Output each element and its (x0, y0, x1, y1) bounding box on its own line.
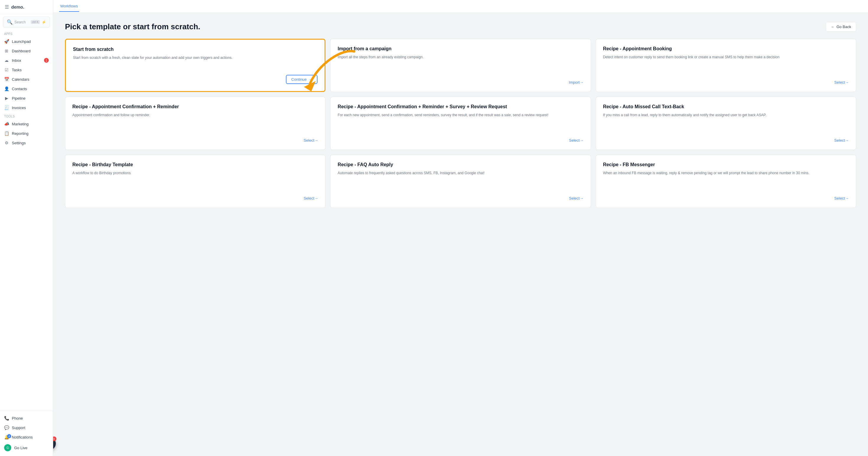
card-recipe-appointment-booking[interactable]: Recipe - Appointment Booking Detect inte… (596, 39, 856, 92)
select-label: Select (304, 138, 314, 143)
card-start-from-scratch[interactable]: Start from scratch Start from scratch wi… (65, 39, 326, 92)
page-header: Pick a template or start from scratch. ←… (65, 22, 856, 32)
continue-label: Continue (291, 77, 307, 82)
sidebar-item-label: Contacts (12, 87, 27, 91)
select-action[interactable]: Select → (603, 80, 849, 85)
cards-grid: Start from scratch Start from scratch wi… (65, 39, 856, 208)
sidebar-item-dashboard[interactable]: ⊞ Dashboard (0, 46, 53, 56)
avatar: G (4, 444, 11, 451)
select-action[interactable]: Select → (72, 196, 318, 200)
sidebar-item-label: Support (12, 426, 25, 430)
card-desc: Detect intent on customer reply to send … (603, 54, 849, 76)
sidebar-item-reporting[interactable]: 📋 Reporting (0, 129, 53, 138)
select-label: Select (569, 138, 580, 143)
import-label: Import (569, 80, 580, 85)
sidebar-item-label: Launchpad (12, 39, 31, 44)
card-title: Recipe - Appointment Booking (603, 46, 849, 52)
hamburger-icon[interactable]: ☰ (5, 4, 9, 10)
contacts-icon: 👤 (4, 86, 9, 91)
card-title: Start from scratch (73, 47, 317, 52)
sidebar-item-launchpad[interactable]: 🚀 Launchpad (0, 37, 53, 46)
sidebar-item-label: Marketing (12, 122, 29, 126)
card-desc: Appointment confirmation and follow up r… (72, 112, 318, 133)
sidebar-item-label: Notifications (12, 435, 33, 439)
settings-icon: ⚙ (4, 140, 9, 145)
sidebar: ☰ demo. 🔍 Search ctrl K ⚡ Apps 🚀 Launchp… (0, 0, 53, 456)
card-desc: For each new appointment, send a confirm… (338, 112, 583, 133)
reporting-icon: 📋 (4, 131, 9, 136)
invoices-icon: 🧾 (4, 105, 9, 110)
search-icon: 🔍 (7, 19, 13, 25)
tab-workflows[interactable]: Workflows (59, 1, 79, 12)
select-action[interactable]: Select → (603, 138, 849, 143)
card-desc: When an inbound FB message is waiting, r… (603, 170, 849, 191)
arrow-right-icon: → (845, 80, 849, 85)
sidebar-item-label: Phone (12, 416, 23, 421)
pipeline-icon: ▶ (4, 96, 9, 101)
arrow-right-icon: → (308, 77, 312, 82)
notifications-badge: 4 (7, 434, 11, 438)
calendars-icon: 📅 (4, 77, 9, 82)
select-label: Select (834, 80, 845, 85)
arrow-right-icon: → (845, 138, 849, 143)
card-desc: Start from scratch with a fresh, clean s… (73, 55, 317, 70)
sidebar-item-label: Calendars (12, 77, 29, 82)
sidebar-item-tasks[interactable]: ☑ Tasks (0, 65, 53, 75)
tasks-icon: ☑ (4, 67, 9, 72)
sidebar-item-pipeline[interactable]: ▶ Pipeline (0, 93, 53, 103)
search-bar[interactable]: 🔍 Search ctrl K ⚡ (3, 17, 50, 28)
sidebar-logo: ☰ demo. (0, 0, 53, 14)
sidebar-item-marketing[interactable]: 📣 Marketing (0, 119, 53, 129)
sidebar-item-contacts[interactable]: 👤 Contacts (0, 84, 53, 93)
launchpad-icon: 🚀 (4, 39, 9, 44)
search-label: Search (14, 20, 29, 24)
sidebar-item-label: Go Live (14, 446, 28, 450)
sidebar-item-support[interactable]: 💬 Support (0, 423, 53, 432)
card-desc: If you miss a call from a lead, reply to… (603, 112, 849, 133)
select-label: Select (834, 196, 845, 200)
select-label: Select (304, 196, 314, 200)
card-recipe-birthday[interactable]: Recipe - Birthday Template A workflow to… (65, 155, 326, 208)
card-recipe-faq[interactable]: Recipe - FAQ Auto Reply Automate replies… (330, 155, 591, 208)
continue-button[interactable]: Continue → (286, 75, 317, 84)
card-recipe-appt-confirm-reminder[interactable]: Recipe - Appointment Confirmation + Remi… (65, 97, 326, 150)
card-title: Recipe - Birthday Template (72, 162, 318, 167)
inbox-icon: ☁ (4, 58, 9, 63)
app-logo-text: demo. (11, 4, 24, 9)
select-action[interactable]: Select → (338, 138, 583, 143)
marketing-icon: 📣 (4, 121, 9, 126)
card-recipe-fb-messenger[interactable]: Recipe - FB Messenger When an inbound FB… (596, 155, 856, 208)
card-title: Recipe - FAQ Auto Reply (338, 162, 583, 167)
bolt-icon: ⚡ (42, 20, 46, 24)
sidebar-item-phone[interactable]: 📞 Phone (0, 414, 53, 423)
sidebar-bottom: 📞 Phone 💬 Support 🔔 Notifications 4 G Go… (0, 411, 53, 456)
arrow-right-icon: → (580, 80, 584, 85)
card-desc: A workflow to do Birthday promotions (72, 170, 318, 191)
sidebar-item-profile[interactable]: G Go Live (0, 442, 53, 454)
sidebar-item-inbox[interactable]: ☁ Inbox 1 (0, 56, 53, 65)
sidebar-item-label: Invoices (12, 106, 26, 110)
select-action[interactable]: Select → (72, 138, 318, 143)
card-title: Recipe - Appointment Confirmation + Remi… (338, 104, 583, 109)
arrow-right-icon: → (845, 196, 849, 200)
inbox-badge: 1 (44, 58, 49, 63)
sidebar-item-calendars[interactable]: 📅 Calendars (0, 75, 53, 84)
select-label: Select (834, 138, 845, 143)
dashboard-icon: ⊞ (4, 49, 9, 53)
go-back-button[interactable]: ← Go Back (826, 22, 856, 32)
sidebar-item-label: Pipeline (12, 96, 25, 101)
card-import-from-campaign[interactable]: Import from a campaign Import all the st… (330, 39, 591, 92)
sidebar-item-invoices[interactable]: 🧾 Invoices (0, 103, 53, 112)
sidebar-item-notifications[interactable]: 🔔 Notifications 4 (0, 432, 53, 442)
top-nav: Workflows (53, 0, 868, 13)
select-action[interactable]: Select → (603, 196, 849, 200)
card-desc: Automate replies to frequently asked que… (338, 170, 583, 191)
sidebar-item-settings[interactable]: ⚙ Settings (0, 138, 53, 148)
select-label: Select (569, 196, 580, 200)
card-title: Recipe - FB Messenger (603, 162, 849, 167)
import-action[interactable]: Import → (338, 80, 583, 85)
card-recipe-appt-confirm-survey[interactable]: Recipe - Appointment Confirmation + Remi… (330, 97, 591, 150)
search-shortcut: ctrl K (31, 20, 40, 24)
select-action[interactable]: Select → (338, 196, 583, 200)
card-recipe-auto-missed-call[interactable]: Recipe - Auto Missed Call Text-Back If y… (596, 97, 856, 150)
